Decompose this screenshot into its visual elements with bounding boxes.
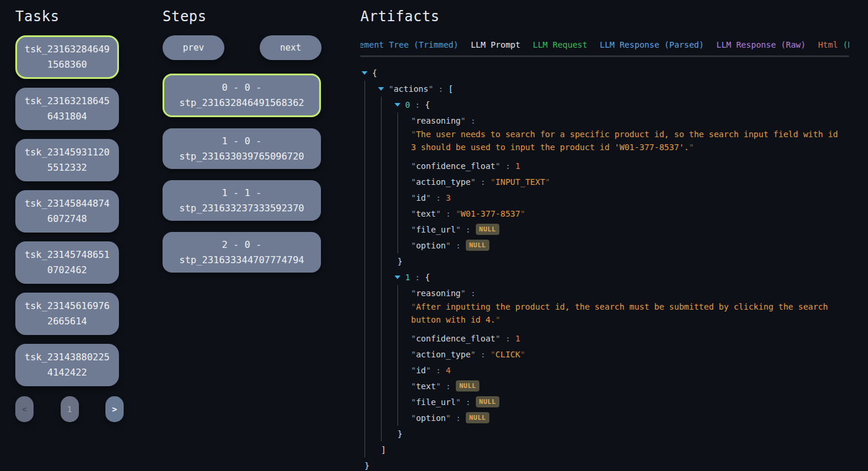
json-number-value: 1: [515, 334, 520, 343]
tab-label-segment: LLM Response (Parsed): [599, 40, 704, 49]
app-root: Tasks tsk_231632846491568360tsk_23163218…: [0, 0, 868, 471]
tab-label-segment: LLM Request: [533, 40, 588, 49]
json-line: "action_type" : "INPUT_TEXT": [411, 174, 849, 190]
step-button[interactable]: 1 - 1 - stp_231633237333592370: [163, 180, 321, 221]
json-line: {: [362, 65, 849, 81]
tab-llm-response-raw[interactable]: LLM Response (Raw): [716, 40, 806, 57]
json-line: 0 : {: [395, 97, 849, 112]
artifacts-title: Artifacts: [360, 8, 849, 26]
json-string-value: "After inputting the product id, the sea…: [411, 300, 844, 326]
steps-title: Steps: [163, 8, 322, 26]
step-button[interactable]: 2 - 0 - stp_231633344707774794: [163, 232, 321, 273]
json-key: file_url: [416, 397, 455, 407]
json-line: "option" : NULL: [411, 410, 849, 426]
json-line: }: [397, 426, 849, 442]
json-line: "confidence_float" : 1: [411, 330, 849, 346]
json-null-badge: NULL: [466, 240, 490, 251]
json-null-badge: NULL: [476, 224, 500, 235]
json-string-value: "The user needs to search for a specific…: [411, 128, 844, 154]
json-key: actions: [393, 84, 428, 94]
task-button[interactable]: tsk_231456169762665614: [15, 293, 119, 335]
collapse-triangle-icon[interactable]: [395, 276, 405, 279]
collapse-triangle-icon[interactable]: [378, 87, 389, 91]
steps-next-button[interactable]: next: [260, 35, 322, 60]
task-button[interactable]: tsk_231632846491568360: [15, 35, 119, 79]
json-line: "action_type" : "CLICK": [411, 346, 849, 362]
json-key: text: [416, 382, 436, 391]
step-button[interactable]: 0 - 0 - stp_231632846491568362: [163, 74, 321, 117]
task-button[interactable]: tsk_231458448746072748: [15, 190, 119, 233]
json-key: confidence_float: [416, 334, 495, 343]
json-line: "id" : 4: [411, 362, 849, 378]
tab-element-tree-trimmed[interactable]: Element Tree (Trimmed): [360, 40, 458, 57]
json-array-index: 0: [405, 100, 410, 110]
json-number-value: 3: [446, 193, 450, 203]
collapse-triangle-icon[interactable]: [362, 71, 372, 75]
steps-nav: prev next: [163, 35, 322, 60]
tab-label-segment: (Raw): [838, 40, 849, 49]
tab-label-segment: Html: [818, 40, 838, 49]
json-children: "actions" : [0 : {"reasoning" : "The use…: [365, 81, 849, 457]
json-line: "actions" : [: [378, 81, 849, 97]
pagination-next-button[interactable]: >: [105, 396, 124, 422]
artifacts-panel: Artifacts Element Tree (Trimmed)LLM Prom…: [360, 0, 849, 471]
tasks-panel: Tasks tsk_231632846491568360tsk_23163218…: [15, 0, 124, 422]
json-children: "reasoning" : "The user needs to search …: [397, 112, 849, 253]
json-number-value: 1: [515, 161, 520, 171]
json-tree-view: {"actions" : [0 : {"reasoning" : "The us…: [360, 57, 849, 471]
json-key: action_type: [416, 350, 471, 359]
steps-prev-button[interactable]: prev: [163, 35, 224, 60]
step-button[interactable]: 1 - 0 - stp_231633039765096720: [163, 128, 321, 169]
steps-panel: Steps prev next 0 - 0 - stp_231632846491…: [163, 0, 322, 284]
pagination-page-button[interactable]: 1: [61, 396, 79, 422]
json-key: id: [416, 193, 426, 203]
tab-llm-prompt[interactable]: LLM Prompt: [471, 40, 520, 57]
tab-label-segment: LLM Response (Raw): [716, 40, 806, 49]
json-line: "file_url" : NULL: [411, 394, 849, 410]
tab-llm-response-parsed[interactable]: LLM Response (Parsed): [599, 40, 704, 57]
json-line: "id" : 3: [411, 190, 849, 205]
tasks-title: Tasks: [15, 8, 124, 26]
json-children: 0 : {"reasoning" : "The user needs to se…: [381, 97, 849, 442]
json-string-value: CLICK: [495, 350, 520, 359]
task-list: tsk_231632846491568360tsk_23163218645643…: [15, 35, 124, 386]
json-array-index: 1: [405, 273, 410, 282]
tab-llm-request[interactable]: LLM Request: [533, 40, 588, 57]
pagination-prev-button[interactable]: <: [15, 396, 34, 422]
json-children: "reasoning" : "After inputting the produ…: [397, 285, 849, 426]
tab-label-segment: LLM Prompt: [471, 40, 520, 49]
step-list: 0 - 0 - stp_2316328464915683621 - 0 - st…: [163, 74, 322, 273]
artifacts-tabbar: Element Tree (Trimmed)LLM PromptLLM Requ…: [360, 40, 849, 57]
tab-label-segment: Element Tree (Trimmed): [360, 40, 458, 49]
json-line: "option" : NULL: [411, 237, 849, 253]
collapse-triangle-icon[interactable]: [395, 103, 405, 107]
json-line: "file_url" : NULL: [411, 221, 849, 237]
json-line: ]: [381, 442, 849, 457]
json-key: file_url: [416, 225, 455, 234]
tab-html-raw[interactable]: Html (Raw): [818, 40, 849, 57]
json-line: "reasoning" :: [411, 285, 849, 301]
json-key: option: [416, 413, 446, 423]
json-null-badge: NULL: [466, 412, 490, 423]
json-line: }: [397, 253, 849, 269]
json-string-value: INPUT_TEXT: [495, 177, 545, 187]
json-line: "confidence_float" : 1: [411, 158, 849, 174]
json-string-value: W01-377-8537: [460, 209, 520, 218]
json-number-value: 4: [446, 366, 450, 375]
tasks-pagination: < 1 >: [15, 396, 124, 422]
json-key: reasoning: [416, 288, 460, 298]
json-key: option: [416, 241, 446, 250]
json-line: "text" : NULL: [411, 378, 849, 394]
json-null-badge: NULL: [476, 396, 500, 407]
json-key: text: [416, 209, 436, 218]
task-button[interactable]: tsk_231632186456431804: [15, 88, 119, 130]
task-button[interactable]: tsk_231438802254142422: [15, 344, 119, 386]
json-line: 1 : {: [395, 269, 849, 285]
json-null-badge: NULL: [456, 380, 480, 392]
json-line: "reasoning" :: [411, 112, 849, 128]
json-line: "text" : "W01-377-8537": [411, 205, 849, 221]
task-button[interactable]: tsk_231459311205512332: [15, 139, 119, 181]
task-button[interactable]: tsk_231457486510702462: [15, 241, 119, 284]
json-key: confidence_float: [416, 161, 495, 171]
json-key: action_type: [416, 177, 471, 187]
